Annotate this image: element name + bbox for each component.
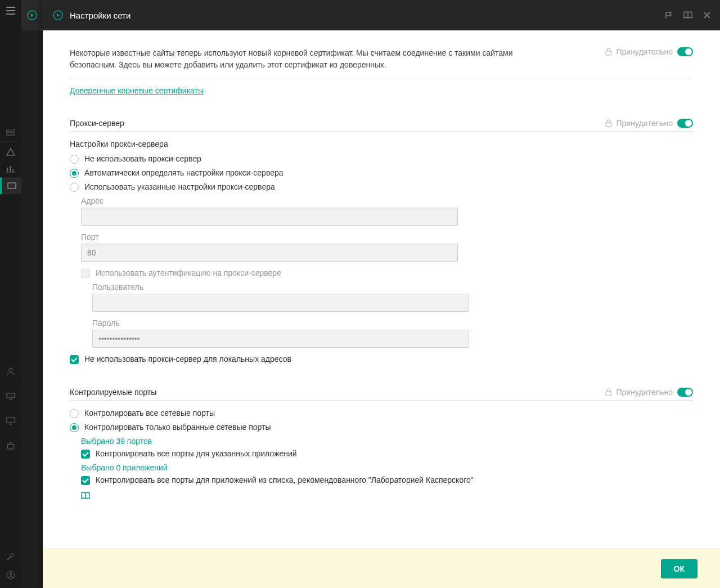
check-apps-ports[interactable]: Контролировать все порты для указанных п…: [81, 449, 693, 459]
selected-apps-link[interactable]: Выбрано 0 приложений: [81, 463, 693, 472]
modal-header: Настройки сети: [43, 0, 720, 30]
forced-label: Принудительно: [616, 47, 673, 56]
checkbox-label: Контролировать все порты для указанных п…: [96, 449, 297, 458]
rail-stats-icon[interactable]: [0, 160, 21, 177]
rail-settings-icon[interactable]: [0, 177, 21, 194]
proxy-opt-auto[interactable]: Автоматически определять настройки прокс…: [70, 168, 693, 178]
proxy-forced-toggle[interactable]: [677, 119, 693, 128]
selected-ports-link[interactable]: Выбрано 39 портов: [81, 437, 693, 446]
ok-button[interactable]: ОК: [661, 559, 698, 578]
rail-account-icon[interactable]: [0, 567, 21, 583]
svg-rect-1: [6, 133, 15, 135]
checkbox-icon: [70, 355, 79, 364]
port-input[interactable]: [81, 244, 458, 262]
proxy-settings-label: Настройки прокси-сервера: [70, 140, 693, 149]
svg-point-3: [9, 368, 12, 371]
ports-opt-all[interactable]: Контролировать все сетевые порты: [70, 409, 693, 418]
radio-label: Использовать указанные настройки прокси-…: [84, 182, 275, 191]
checkbox-icon: [81, 476, 90, 485]
svg-rect-2: [8, 183, 16, 188]
ports-title: Контролируемые порты: [70, 388, 605, 397]
radio-icon: [70, 169, 79, 178]
modal-title: Настройки сети: [70, 11, 130, 20]
ports-forced-group: Принудительно: [605, 388, 693, 397]
proxy-auth-check[interactable]: Использовать аутентификацию на прокси-се…: [81, 268, 693, 278]
checkbox-label: Контролировать все порты для приложений …: [96, 475, 474, 484]
proxy-title: Прокси-сервер: [70, 119, 605, 128]
rail-basket-icon[interactable]: [0, 437, 21, 454]
svg-point-7: [10, 573, 12, 575]
network-settings-modal: Настройки сети Некоторые известные сайты: [43, 0, 720, 588]
rail-dashboard-icon[interactable]: [0, 124, 21, 141]
svg-rect-11: [606, 123, 611, 127]
svg-rect-12: [606, 392, 611, 396]
book-icon[interactable]: [81, 492, 90, 500]
cert-description: Некоторые известные сайты теперь использ…: [70, 47, 554, 71]
ports-opt-selected[interactable]: Контролировать только выбранные сетевые …: [70, 423, 693, 432]
address-input[interactable]: [81, 208, 458, 226]
svg-rect-0: [6, 129, 15, 131]
radio-label: Автоматически определять настройки прокс…: [84, 168, 284, 177]
svg-rect-4: [7, 393, 15, 398]
ports-forced-toggle[interactable]: [677, 388, 693, 397]
port-label: Порт: [81, 232, 693, 241]
password-input[interactable]: [92, 330, 469, 348]
lock-icon: [605, 388, 612, 396]
lock-icon: [605, 48, 612, 56]
rail-wrench-icon[interactable]: [0, 549, 21, 565]
svg-rect-5: [7, 418, 15, 423]
checkbox-icon: [81, 450, 90, 459]
proxy-forced-group: Принудительно: [605, 119, 693, 128]
cert-forced-group: Принудительно: [605, 47, 693, 56]
radio-icon: [70, 423, 79, 432]
password-label: Пароль: [92, 318, 693, 327]
ports-section: Контролируемые порты Принудительно Контр…: [70, 388, 693, 501]
modal-body: Некоторые известные сайты теперь использ…: [43, 30, 720, 549]
radio-label: Контролировать все сетевые порты: [84, 409, 215, 418]
radio-icon: [70, 409, 79, 418]
rail-monitor-icon[interactable]: [0, 412, 21, 429]
radio-icon: [70, 155, 79, 164]
user-label: Пользователь: [92, 282, 693, 291]
radio-icon: [70, 183, 79, 192]
modal-footer: ОК: [43, 549, 720, 588]
flag-icon[interactable]: [660, 7, 677, 24]
left-rail: [0, 0, 21, 588]
cert-forced-toggle[interactable]: [677, 47, 693, 56]
proxy-section: Прокси-сервер Принудительно Настройки пр…: [70, 119, 693, 364]
checkbox-icon: [81, 269, 90, 278]
svg-rect-10: [606, 51, 611, 55]
user-input[interactable]: [92, 294, 469, 312]
forced-label: Принудительно: [616, 388, 673, 397]
radio-label: Не использовать прокси-сервер: [84, 154, 201, 163]
checkbox-label: Не использовать прокси-сервер для локаль…: [84, 354, 291, 363]
rail-alert-icon[interactable]: [0, 143, 21, 160]
help-book-icon[interactable]: [680, 7, 696, 24]
bypass-local-check[interactable]: Не использовать прокси-сервер для локаль…: [70, 354, 693, 364]
trusted-cert-section: Некоторые известные сайты теперь использ…: [70, 47, 693, 95]
rail-user-icon[interactable]: [0, 363, 21, 380]
lock-icon: [605, 119, 612, 127]
proxy-opt-none[interactable]: Не использовать прокси-сервер: [70, 154, 693, 164]
trusted-cert-link[interactable]: Доверенные корневые сертификаты: [70, 86, 204, 95]
close-icon[interactable]: [699, 7, 716, 24]
radio-label: Контролировать только выбранные сетевые …: [84, 423, 271, 432]
play-circle-icon[interactable]: [21, 0, 43, 30]
forced-label: Принудительно: [616, 119, 673, 128]
check-kaspersky-list[interactable]: Контролировать все порты для приложений …: [81, 475, 693, 485]
proxy-opt-manual[interactable]: Использовать указанные настройки прокси-…: [70, 182, 693, 192]
globe-play-icon: [53, 10, 63, 20]
hamburger-icon[interactable]: [0, 2, 21, 19]
checkbox-label: Использовать аутентификацию на прокси-се…: [96, 268, 281, 277]
rail-device-icon[interactable]: [0, 388, 21, 405]
address-label: Адрес: [81, 196, 693, 205]
